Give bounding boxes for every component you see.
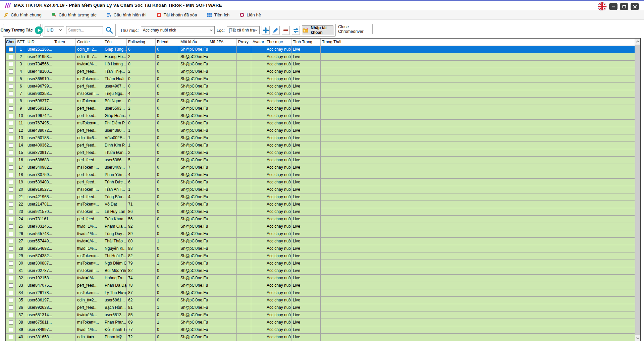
cell-uid[interactable]: user726178... (26, 289, 53, 296)
cell-thu-muc[interactable]: Acc chạy nuôi nick (265, 223, 291, 230)
scroll-up-button[interactable] (635, 39, 640, 44)
row-checkbox[interactable] (9, 151, 13, 155)
cell-token[interactable] (53, 186, 76, 193)
cell-following[interactable]: 74 (127, 275, 156, 282)
cell-cookie[interactable]: ttwid=1%... (76, 275, 103, 282)
cell-ma-2fa[interactable] (208, 90, 237, 97)
table-row[interactable]: 29user574382...msToken=...Thi Hoài P...8… (6, 252, 635, 260)
cell-tinh-trang[interactable]: Live (291, 98, 321, 105)
cell-trang-thai[interactable] (321, 83, 635, 90)
cell-mat-khau[interactable]: Sh@pCl0ne.Fun (179, 334, 208, 341)
cell-ten[interactable]: Tống Duy ... (103, 230, 127, 237)
cell-following[interactable]: 56 (127, 216, 156, 223)
menu-item-tai-khoan-da-xoa[interactable]: Tài khoản đã xóa (157, 12, 197, 17)
cell-mat-khau[interactable]: Sh@pCl0ne.Fun (179, 267, 208, 274)
row-checkbox[interactable] (9, 187, 13, 192)
cell-friend[interactable]: 0 (156, 297, 179, 304)
cell-avatar[interactable] (251, 334, 265, 341)
cell-tinh-trang[interactable]: Live (291, 193, 321, 201)
table-row[interactable]: 9user559315...perf_feed...user5593...20S… (6, 105, 635, 112)
cell-token[interactable] (53, 282, 76, 289)
table-row[interactable]: 37user681314...ttwid=1%...user6813...850… (6, 311, 635, 319)
cell-friend[interactable]: 0 (156, 68, 179, 75)
cell-proxy[interactable] (237, 75, 251, 82)
cell-trang-thai[interactable] (321, 46, 635, 53)
cell-token[interactable] (53, 193, 76, 201)
table-row[interactable]: 33user847075...perf_feed...Phan Dạ Dạ780… (6, 282, 635, 289)
cell-trang-thai[interactable] (321, 297, 635, 304)
cell-tinh-trang[interactable]: Live (291, 112, 321, 119)
cell-tinh-trang[interactable]: Live (291, 164, 321, 171)
cell-proxy[interactable] (237, 68, 251, 75)
cell-avatar[interactable] (251, 267, 265, 274)
cell-tinh-trang[interactable]: Live (291, 311, 321, 319)
cell-ten[interactable]: Phan Dạ Dạ (103, 282, 127, 289)
uk-flag-icon[interactable] (598, 2, 607, 11)
table-row[interactable]: 35user686197...odin_tt=2...user6861...62… (6, 297, 635, 304)
cell-token[interactable] (53, 164, 76, 171)
col-header-following[interactable]: Following (127, 39, 156, 46)
cell-trang-thai[interactable] (321, 105, 635, 112)
cell-token[interactable] (53, 157, 76, 164)
cell-following[interactable]: 62 (127, 297, 156, 304)
cell-uid[interactable]: user448100... (26, 68, 53, 75)
cell-trang-thai[interactable] (321, 260, 635, 267)
cell-trang-thai[interactable] (321, 98, 635, 105)
cell-ten[interactable]: user4967... (103, 83, 127, 90)
cell-mat-khau[interactable]: Sh@pCl0ne.Fun (179, 311, 208, 319)
cell-uid[interactable]: user409362... (26, 142, 53, 149)
cell-tinh-trang[interactable]: Live (291, 53, 321, 60)
cell-thu-muc[interactable]: Acc chạy nuôi nick (265, 164, 291, 171)
cell-friend[interactable]: 0 (156, 142, 179, 149)
cell-stt[interactable]: 27 (16, 238, 26, 245)
row-checkbox[interactable] (9, 99, 13, 103)
row-checkbox[interactable] (9, 305, 13, 310)
cell-thu-muc[interactable]: Acc chạy nuôi nick (265, 90, 291, 97)
cell-uid[interactable]: user438072... (26, 127, 53, 134)
menu-item-tien-ich[interactable]: Tiện ích (207, 12, 229, 17)
cell-avatar[interactable] (251, 297, 265, 304)
col-header-token[interactable]: Token (53, 39, 76, 46)
cell-ten[interactable]: Thấm Đăn... (103, 149, 127, 156)
table-row[interactable]: 8user598377...msToken=...Bùi Ngọc ...00S… (6, 98, 635, 105)
table-row[interactable]: 15user873917...perf_feed...Thấm Đăn...20… (6, 149, 635, 157)
cell-cookie[interactable]: msToken=... (76, 289, 103, 296)
minimize-button[interactable] (609, 3, 618, 10)
cell-following[interactable]: 81 (127, 304, 156, 311)
cell-token[interactable] (53, 134, 76, 141)
cell-proxy[interactable] (237, 297, 251, 304)
row-checkbox[interactable] (9, 217, 13, 221)
cell-cookie[interactable]: perf_feed... (76, 171, 103, 178)
cell-tinh-trang[interactable]: Live (291, 171, 321, 178)
cell-tinh-trang[interactable]: Live (291, 208, 321, 215)
cell-avatar[interactable] (251, 46, 265, 53)
cell-uid[interactable]: user873917... (26, 149, 53, 156)
cell-friend[interactable]: 0 (156, 171, 179, 178)
cell-avatar[interactable] (251, 216, 265, 223)
cell-cookie[interactable]: perf_feed... (76, 179, 103, 186)
cell-trang-thai[interactable] (321, 252, 635, 260)
cell-tinh-trang[interactable]: Live (291, 83, 321, 90)
close-chromedriver-button[interactable]: Close Chromedriver (338, 24, 373, 34)
cell-cookie[interactable]: odin_tt=2... (76, 46, 103, 53)
cell-proxy[interactable] (237, 171, 251, 178)
table-row[interactable]: 5user365910...msToken=...Thấm Hoài...00S… (6, 75, 635, 83)
cell-mat-khau[interactable]: Sh@pCl0ne.Fun (179, 297, 208, 304)
cell-mat-khau[interactable]: Sh@pCl0ne.Fun (179, 171, 208, 178)
cell-uid[interactable]: user734566... (26, 61, 53, 68)
cell-stt[interactable]: 21 (16, 193, 26, 201)
cell-following[interactable]: 4 (127, 90, 156, 97)
cell-trang-thai[interactable] (321, 267, 635, 274)
cell-proxy[interactable] (237, 238, 251, 245)
cell-tinh-trang[interactable]: Live (291, 134, 321, 141)
cell-uid[interactable]: user919527... (26, 186, 53, 193)
cell-stt[interactable]: 33 (16, 282, 26, 289)
table-row[interactable]: 26user545743...ttwid=1%...Tống Duy ...89… (6, 230, 635, 238)
cell-uid[interactable]: user675811... (26, 319, 53, 326)
cell-avatar[interactable] (251, 83, 265, 90)
cell-thu-muc[interactable]: Acc chạy nuôi nick (265, 245, 291, 252)
cell-stt[interactable]: 28 (16, 245, 26, 252)
cell-cookie[interactable]: perf_feed... (76, 149, 103, 156)
close-button[interactable] (631, 3, 639, 10)
cell-avatar[interactable] (251, 149, 265, 156)
